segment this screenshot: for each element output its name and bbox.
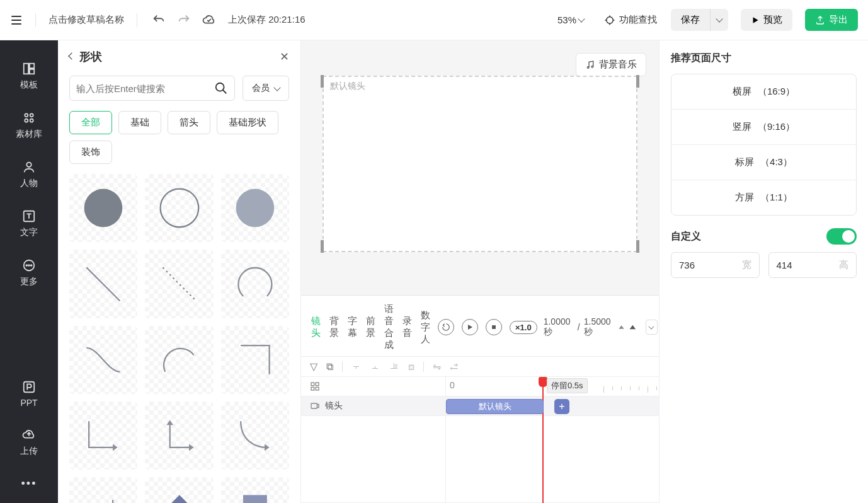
background-music-button[interactable]: 背景音乐 [576, 53, 646, 76]
tab-record[interactable]: 录音 [401, 314, 413, 340]
align-right-icon[interactable]: ⫡ [389, 361, 399, 373]
shape-back-arrow[interactable] [69, 477, 137, 503]
resize-handle[interactable] [636, 240, 639, 253]
svg-point-7 [30, 119, 33, 122]
resize-handle[interactable] [321, 75, 324, 88]
camera-icon [310, 401, 320, 411]
tab-fg[interactable]: 前景 [365, 314, 377, 340]
align-left-icon[interactable]: ⫟ [351, 361, 362, 373]
chip-all[interactable]: 全部 [69, 111, 112, 134]
size-standard[interactable]: 标屏（4:3） [671, 145, 856, 180]
zoom-out-icon[interactable] [618, 323, 625, 332]
play-icon[interactable] [462, 319, 478, 335]
link-icon[interactable]: ⇋ [433, 361, 441, 373]
svg-point-6 [25, 119, 28, 122]
custom-size-toggle[interactable] [826, 228, 857, 245]
zoom-in-icon[interactable] [629, 322, 637, 332]
resize-handle[interactable] [636, 75, 639, 88]
canvas-frame[interactable]: 默认镜头 [323, 76, 637, 252]
resize-handle[interactable] [321, 240, 324, 253]
svg-point-18 [236, 189, 275, 228]
size-portrait[interactable]: 竖屏（9:16） [671, 110, 856, 145]
back-icon[interactable] [68, 52, 75, 59]
tab-bg[interactable]: 背景 [328, 314, 340, 340]
stop-icon[interactable] [486, 319, 502, 335]
feature-search[interactable]: 功能查找 [604, 14, 657, 26]
panel-title: 形状 [69, 49, 102, 64]
zoom-dropdown[interactable]: 53% [557, 14, 584, 25]
svg-rect-24 [492, 325, 496, 329]
shape-diamond[interactable] [145, 477, 213, 503]
speed-selector[interactable]: ×1.0 [510, 321, 537, 334]
sidebar-item-assets[interactable]: 素材库 [16, 111, 42, 140]
stay-marker[interactable]: 停留0.5s [547, 378, 588, 393]
preview-button[interactable]: 预览 [741, 9, 792, 31]
sidebar-item-person[interactable]: 人物 [20, 160, 38, 189]
svg-point-22 [587, 66, 589, 68]
sidebar-item-ppt[interactable]: PPT [20, 380, 37, 408]
shot-clip[interactable]: 默认镜头 [446, 399, 544, 414]
tab-subtitle[interactable]: 字幕 [346, 314, 358, 340]
shape-circle-outline[interactable] [145, 174, 213, 242]
timeline-ruler[interactable]: 0 停留0.5s [446, 377, 659, 396]
shape-circle-filled-dark[interactable] [69, 174, 137, 242]
shape-half-arc[interactable] [145, 326, 213, 394]
search-icon[interactable] [214, 81, 228, 95]
sidebar-item-more[interactable]: 更多 [20, 258, 38, 287]
hamburger-menu-icon[interactable] [10, 14, 23, 26]
svg-point-8 [26, 163, 31, 167]
tree-icon[interactable]: ⧉ [326, 361, 333, 373]
shape-dashed-line[interactable] [145, 250, 213, 318]
chip-basic[interactable]: 基础 [118, 111, 161, 134]
sidebar-item-template[interactable]: 模板 [20, 62, 38, 91]
expand-icon[interactable] [646, 320, 658, 335]
export-button[interactable]: 导出 [805, 9, 858, 31]
shape-circle-filled-light[interactable] [221, 174, 289, 242]
shape-arc[interactable] [221, 250, 289, 318]
shape-curve-arrow[interactable] [221, 402, 289, 470]
canvas-area[interactable]: 背景音乐 默认镜头 [301, 40, 659, 295]
sidebar-overflow-icon[interactable]: ••• [21, 477, 37, 490]
shape-elbow-arrow-down[interactable] [69, 402, 137, 470]
shape-elbow-arrow-both[interactable] [145, 402, 213, 470]
sidebar-item-text[interactable]: 文字 [20, 209, 38, 238]
undo-icon[interactable] [150, 11, 168, 29]
svg-rect-28 [316, 387, 319, 390]
close-icon[interactable]: ✕ [280, 50, 289, 64]
add-clip-button[interactable]: + [554, 399, 569, 414]
chip-basic-shape[interactable]: 基础形状 [217, 111, 278, 134]
svg-line-20 [163, 267, 196, 301]
cloud-sync-icon[interactable] [200, 11, 218, 29]
member-dropdown[interactable]: 会员 [243, 76, 289, 101]
save-dropdown[interactable] [710, 9, 728, 31]
shape-rect[interactable] [221, 477, 289, 503]
size-landscape[interactable]: 横屏（16:9） [671, 74, 856, 110]
chip-arrow[interactable]: 箭头 [168, 111, 210, 134]
recommended-size-heading: 推荐页面尺寸 [671, 52, 857, 65]
chip-deco[interactable]: 装饰 [69, 141, 112, 164]
tab-avatar[interactable]: 数字人 [420, 308, 431, 347]
height-input[interactable]: 414高 [768, 252, 857, 278]
timeline-toolbar: ▽ ⧉ ⫟ ⫠ ⫡ ⧈ ⇋ ⥄ [301, 356, 659, 377]
rewind-icon[interactable] [438, 319, 454, 335]
canvas-shot-label: 默认镜头 [330, 81, 365, 92]
size-square[interactable]: 方屏（1:1） [671, 180, 856, 215]
filter-icon[interactable]: ▽ [310, 361, 317, 373]
timeline: 镜头 背景 字幕 前景 语音合成 录音 数字人 ×1.0 1.0000 秒/1.… [301, 295, 659, 503]
draft-name[interactable]: 点击修改草稿名称 [49, 14, 124, 26]
shape-elbow[interactable] [221, 326, 289, 394]
save-button[interactable]: 保存 [671, 9, 710, 31]
grid-icon[interactable] [310, 381, 320, 391]
tab-tts[interactable]: 语音合成 [383, 302, 395, 352]
sidebar-item-upload[interactable]: 上传 [20, 428, 38, 457]
tab-shot[interactable]: 镜头 [310, 314, 322, 340]
width-input[interactable]: 736宽 [671, 252, 760, 278]
shot-track[interactable]: 默认镜头 + [446, 396, 659, 415]
shape-s-curve[interactable] [69, 326, 137, 394]
distribute-icon[interactable]: ⧈ [408, 361, 414, 373]
redo-icon[interactable] [175, 11, 193, 29]
shape-search-input[interactable] [76, 83, 214, 94]
unlink-icon[interactable]: ⥄ [450, 361, 458, 373]
shape-line[interactable] [69, 250, 137, 318]
align-center-icon[interactable]: ⫠ [370, 361, 380, 373]
